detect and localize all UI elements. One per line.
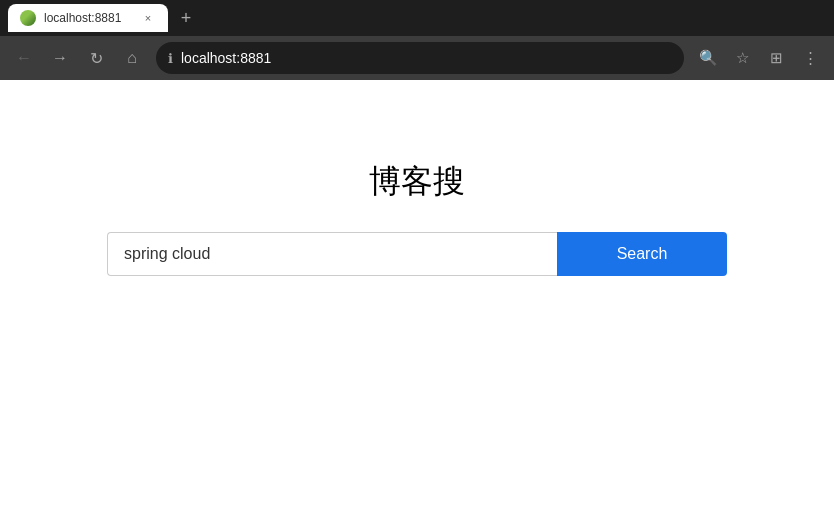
customize-icon[interactable]: ⊞ <box>760 42 792 74</box>
home-button[interactable]: ⌂ <box>116 42 148 74</box>
back-button[interactable]: ← <box>8 42 40 74</box>
address-info-icon: ℹ <box>168 51 173 66</box>
bookmark-icon[interactable]: ☆ <box>726 42 758 74</box>
address-bar-input[interactable] <box>181 50 672 66</box>
search-button[interactable]: Search <box>557 232 727 276</box>
page-title: 博客搜 <box>369 160 465 204</box>
tab-title: localhost:8881 <box>44 11 132 25</box>
page-content: 博客搜 Search <box>0 80 834 530</box>
search-toolbar-icon[interactable]: 🔍 <box>692 42 724 74</box>
new-tab-button[interactable]: + <box>172 4 200 32</box>
tab-bar: localhost:8881 × + <box>0 0 834 36</box>
toolbar-right-icons: 🔍 ☆ ⊞ ⋮ <box>692 42 826 74</box>
menu-icon[interactable]: ⋮ <box>794 42 826 74</box>
active-tab[interactable]: localhost:8881 × <box>8 4 168 32</box>
reload-button[interactable]: ↻ <box>80 42 112 74</box>
tab-close-button[interactable]: × <box>140 10 156 26</box>
browser-chrome: localhost:8881 × + ← → ↻ ⌂ ℹ 🔍 ☆ ⊞ ⋮ <box>0 0 834 80</box>
address-bar-container[interactable]: ℹ <box>156 42 684 74</box>
tab-favicon-icon <box>20 10 36 26</box>
browser-toolbar: ← → ↻ ⌂ ℹ 🔍 ☆ ⊞ ⋮ <box>0 36 834 80</box>
search-row: Search <box>107 232 727 276</box>
search-input[interactable] <box>107 232 557 276</box>
forward-button[interactable]: → <box>44 42 76 74</box>
